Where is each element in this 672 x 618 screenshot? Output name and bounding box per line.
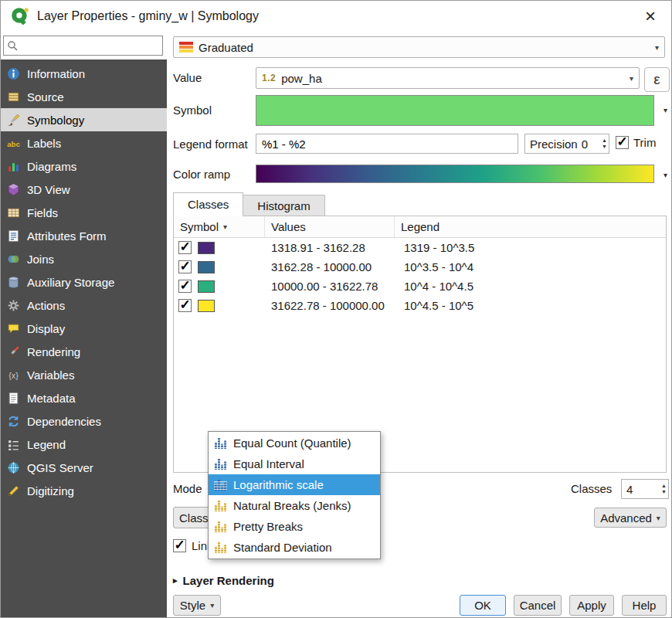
symbol-label: Symbol <box>173 104 212 117</box>
classes-histogram-tabs: Classes Histogram <box>173 192 325 216</box>
style-button[interactable]: Style <box>173 595 221 616</box>
cancel-button[interactable]: Cancel <box>514 595 562 616</box>
symbol-preview[interactable] <box>256 95 654 126</box>
column-header-values[interactable]: Values <box>265 216 395 237</box>
class-color-swatch[interactable] <box>198 242 215 254</box>
sidebar-item-symbology[interactable]: Symbology <box>1 108 167 131</box>
sidebar-item-labels[interactable]: abc Labels <box>1 131 167 154</box>
sidebar-item-source[interactable]: Source <box>1 85 167 108</box>
sidebar-item-digitizing[interactable]: Digitizing <box>1 479 167 502</box>
class-legend[interactable]: 10^3.5 - 10^4 <box>395 260 666 273</box>
table-row[interactable]: 10000.00 - 31622.78 10^4 - 10^4.5 <box>174 277 666 296</box>
sidebar-item-joins[interactable]: Joins <box>1 247 167 270</box>
apply-button[interactable]: Apply <box>569 595 614 616</box>
chevron-down-icon <box>223 222 227 231</box>
mode-option-pretty-breaks[interactable]: Pretty Breaks <box>209 516 380 537</box>
precision-spinbox[interactable]: Precision 0 <box>524 134 609 154</box>
class-legend[interactable]: 1319 - 10^3.5 <box>395 241 666 254</box>
table-row[interactable]: 31622.78 - 100000.00 10^4.5 - 10^5 <box>174 296 666 315</box>
class-legend[interactable]: 10^4 - 10^4.5 <box>395 280 666 293</box>
column-header-symbol[interactable]: Symbol <box>174 216 265 237</box>
histogram-icon <box>214 457 227 470</box>
class-values[interactable]: 1318.91 - 3162.28 <box>265 241 395 254</box>
class-checkbox[interactable] <box>178 241 192 254</box>
svg-text:abc: abc <box>7 139 20 148</box>
link-class-boundaries-checkbox[interactable] <box>173 539 186 552</box>
tab-histogram[interactable]: Histogram <box>243 195 324 216</box>
legend-format-input[interactable] <box>256 134 518 154</box>
qgis-server-icon <box>7 461 20 474</box>
sidebar-item-auxiliary-storage[interactable]: Auxiliary Storage <box>1 270 167 294</box>
layer-properties-dialog: Layer Properties - gminy_w | Symbology ×… <box>0 0 672 618</box>
legend-format-label: Legend format <box>173 138 248 151</box>
sidebar: Information Source Symbology abc Labels … <box>1 32 167 618</box>
sidebar-item-variables[interactable]: {x} Variables <box>1 363 167 386</box>
classes-table-header: Symbol Values Legend <box>174 216 666 238</box>
mode-option-equal-interval[interactable]: Equal Interval <box>209 453 380 474</box>
search-icon <box>7 40 18 51</box>
ok-button[interactable]: OK <box>460 595 506 616</box>
trim-checkbox[interactable] <box>616 136 629 149</box>
mode-option-logarithmic-scale[interactable]: Logarithmic scale <box>209 474 380 495</box>
class-values[interactable]: 10000.00 - 31622.78 <box>265 280 395 293</box>
title-bar: Layer Properties - gminy_w | Symbology × <box>1 1 671 32</box>
tab-classes[interactable]: Classes <box>173 192 243 216</box>
sidebar-item-3d-view[interactable]: 3D View <box>1 178 167 201</box>
value-label: Value <box>173 71 202 84</box>
sidebar-item-legend[interactable]: Legend <box>1 433 167 456</box>
sidebar-item-fields[interactable]: Fields <box>1 201 167 224</box>
spinner-arrows-icon[interactable] <box>602 138 607 149</box>
advanced-button[interactable]: Advanced <box>594 508 667 528</box>
graduated-renderer-icon <box>179 42 193 53</box>
class-values[interactable]: 31622.78 - 100000.00 <box>265 299 395 312</box>
column-header-legend[interactable]: Legend <box>395 216 666 237</box>
renderer-value: Graduated <box>199 41 253 54</box>
sidebar-search <box>3 36 163 56</box>
mode-option-natural-breaks[interactable]: Natural Breaks (Jenks) <box>209 495 380 516</box>
symbol-dropdown-icon[interactable] <box>664 106 667 114</box>
source-icon <box>7 90 20 104</box>
renderer-combobox[interactable]: Graduated <box>173 36 665 58</box>
close-icon[interactable]: × <box>639 7 662 25</box>
sidebar-item-attributes-form[interactable]: Attributes Form <box>1 224 167 247</box>
value-field-combobox[interactable]: 1.2 pow_ha <box>256 67 640 89</box>
chevron-down-icon <box>657 514 660 522</box>
actions-icon <box>7 299 20 312</box>
layer-rendering-section[interactable]: Layer Rendering <box>173 574 274 587</box>
class-checkbox[interactable] <box>178 299 192 312</box>
sidebar-item-information[interactable]: Information <box>1 62 167 85</box>
spinner-arrows-icon[interactable] <box>661 483 667 494</box>
mode-option-equal-count[interactable]: Equal Count (Quantile) <box>209 433 380 453</box>
help-button[interactable]: Help <box>622 595 667 616</box>
class-values[interactable]: 3162.28 - 10000.00 <box>265 260 395 273</box>
color-ramp-label: Color ramp <box>173 168 230 181</box>
class-color-swatch[interactable] <box>198 300 215 312</box>
table-row[interactable]: 1318.91 - 3162.28 1319 - 10^3.5 <box>174 238 666 257</box>
sidebar-item-qgis-server[interactable]: QGIS Server <box>1 456 167 479</box>
value-field-name: pow_ha <box>281 72 322 85</box>
sidebar-item-actions[interactable]: Actions <box>1 294 167 317</box>
classes-count-value: 4 <box>626 483 633 496</box>
class-checkbox[interactable] <box>178 280 192 293</box>
classes-count-spinbox[interactable]: 4 <box>621 479 669 499</box>
variables-icon: {x} <box>7 368 20 382</box>
ramp-dropdown-icon[interactable] <box>664 171 667 179</box>
mode-option-standard-deviation[interactable]: Standard Deviation <box>209 537 380 558</box>
color-ramp-preview[interactable] <box>256 165 654 183</box>
class-legend[interactable]: 10^4.5 - 10^5 <box>395 299 666 312</box>
sidebar-item-dependencies[interactable]: Dependencies <box>1 409 167 433</box>
chevron-down-icon <box>655 43 659 52</box>
class-color-swatch[interactable] <box>198 261 215 273</box>
sidebar-item-diagrams[interactable]: Diagrams <box>1 154 167 178</box>
class-checkbox[interactable] <box>178 260 192 273</box>
expression-builder-button[interactable]: ε <box>644 67 670 92</box>
sidebar-item-display[interactable]: Display <box>1 317 167 340</box>
search-input[interactable] <box>21 39 159 53</box>
sidebar-item-metadata[interactable]: Metadata <box>1 386 167 409</box>
table-row[interactable]: 3162.28 - 10000.00 10^3.5 - 10^4 <box>174 257 666 277</box>
epsilon-icon: ε <box>653 71 660 88</box>
digitizing-icon <box>7 484 20 497</box>
sidebar-item-rendering[interactable]: Rendering <box>1 340 167 363</box>
class-color-swatch[interactable] <box>198 280 215 293</box>
attributes-form-icon <box>7 229 20 243</box>
